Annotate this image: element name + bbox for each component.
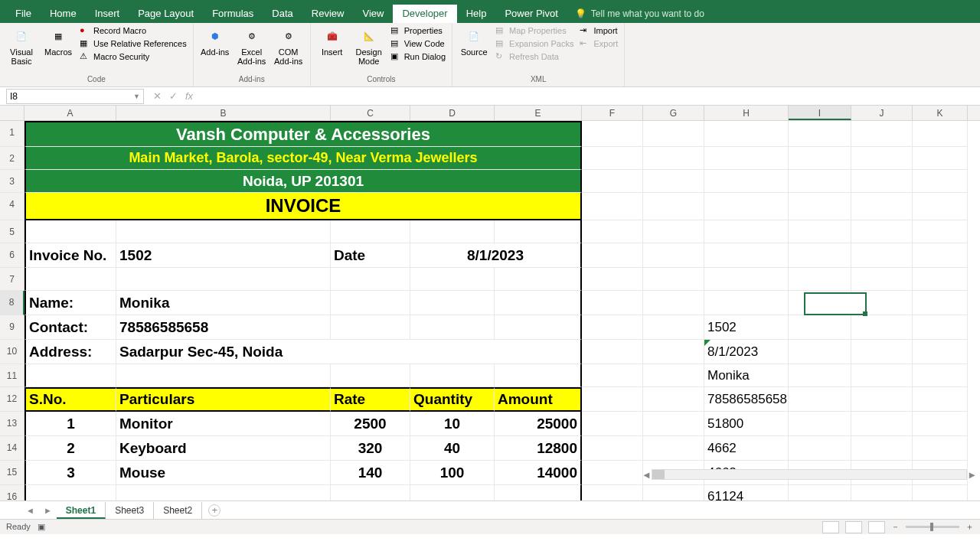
sheet-tab[interactable]: Sheet1	[57, 502, 106, 519]
aux-cell[interactable]: 4662	[704, 436, 789, 461]
company-address1[interactable]: Main Market, Barola, sector-49, Near Ver…	[24, 147, 582, 170]
active-cell[interactable]	[804, 292, 867, 315]
tab-review[interactable]: Review	[302, 5, 354, 23]
th-rate[interactable]: Rate	[331, 387, 410, 412]
name-box[interactable]: I8▼	[6, 89, 144, 104]
tab-nav-next[interactable]: ►	[39, 506, 57, 515]
zoom-out-button[interactable]: －	[891, 521, 900, 533]
sheet-tab[interactable]: Sheet2	[154, 502, 202, 519]
item-part[interactable]: Mouse	[116, 461, 331, 485]
row-header[interactable]: 4	[0, 193, 24, 220]
aux-cell[interactable]: 8/1/2023	[704, 340, 789, 364]
item-qty[interactable]: 100	[410, 461, 495, 485]
row-header[interactable]: 1	[0, 121, 24, 147]
col-header[interactable]: C	[331, 106, 410, 120]
col-header[interactable]: B	[116, 106, 331, 120]
address-value[interactable]: Sadarpur Sec-45, Noida	[116, 340, 582, 364]
properties-button[interactable]: ▤Properties	[389, 24, 447, 37]
th-sno[interactable]: S.No.	[24, 387, 116, 412]
tab-help[interactable]: Help	[457, 5, 496, 23]
com-addins-button[interactable]: ⚙COM Add-ins	[272, 24, 305, 67]
row-header[interactable]: 12	[0, 387, 24, 412]
item-part[interactable]: Monitor	[116, 412, 331, 436]
tab-file[interactable]: File	[6, 5, 41, 23]
tab-view[interactable]: View	[353, 5, 393, 23]
aux-cell[interactable]: 51800	[704, 412, 789, 436]
address-label[interactable]: Address:	[24, 340, 116, 364]
item-qty[interactable]: 10	[410, 412, 495, 436]
item-rate[interactable]: 140	[331, 461, 410, 485]
zoom-slider[interactable]	[906, 526, 959, 528]
insert-control-button[interactable]: 🧰Insert	[315, 24, 349, 58]
name-value[interactable]: Monika	[116, 291, 331, 315]
row-header[interactable]: 13	[0, 412, 24, 436]
item-sno[interactable]: 3	[24, 461, 116, 485]
item-part[interactable]: Keyboard	[116, 436, 331, 461]
row-header[interactable]: 14	[0, 436, 24, 461]
view-pagebreak-button[interactable]	[868, 521, 885, 533]
source-button[interactable]: 📄Source	[457, 24, 491, 58]
col-header[interactable]: D	[410, 106, 495, 120]
sheet-tab[interactable]: Sheet3	[106, 502, 154, 519]
macros-button[interactable]: ▦Macros	[41, 24, 75, 58]
row-header[interactable]: 9	[0, 315, 24, 340]
tab-nav-prev[interactable]: ◄	[21, 506, 39, 515]
tab-page-layout[interactable]: Page Layout	[129, 5, 203, 23]
col-header[interactable]: K	[913, 106, 968, 120]
row-header[interactable]: 16	[0, 485, 24, 500]
view-code-button[interactable]: ▤View Code	[389, 37, 447, 50]
row-header[interactable]: 7	[0, 268, 24, 291]
run-dialog-button[interactable]: ▣Run Dialog	[389, 51, 447, 63]
col-header[interactable]: H	[704, 106, 789, 120]
row-header[interactable]: 5	[0, 220, 24, 243]
item-rate[interactable]: 320	[331, 436, 410, 461]
view-normal-button[interactable]	[822, 521, 839, 533]
col-header[interactable]: A	[24, 106, 116, 120]
row-header[interactable]: 8	[0, 291, 24, 315]
formula-bar[interactable]	[193, 89, 980, 104]
col-header[interactable]: J	[851, 106, 913, 120]
import-button[interactable]: ⇥Import	[578, 24, 619, 37]
tab-formulas[interactable]: Formulas	[203, 5, 263, 23]
view-pagelayout-button[interactable]	[845, 521, 862, 533]
company-name[interactable]: Vansh Computer & Accessories	[24, 121, 582, 147]
macro-rec-icon[interactable]: ▣	[38, 522, 45, 531]
contact-label[interactable]: Contact:	[24, 315, 116, 340]
excel-addins-button[interactable]: ⚙Excel Add-ins	[235, 24, 269, 67]
invoice-no-label[interactable]: Invoice No.	[24, 243, 116, 268]
col-header[interactable]: F	[582, 106, 643, 120]
col-header[interactable]: I	[789, 106, 851, 120]
fill-handle[interactable]	[863, 311, 867, 316]
tab-home[interactable]: Home	[41, 5, 86, 23]
item-rate[interactable]: 2500	[331, 412, 410, 436]
row-header[interactable]: 11	[0, 364, 24, 387]
th-particulars[interactable]: Particulars	[116, 387, 331, 412]
item-sno[interactable]: 1	[24, 412, 116, 436]
col-header[interactable]: G	[643, 106, 704, 120]
record-macro-button[interactable]: ●Record Macro	[78, 24, 188, 37]
company-address2[interactable]: Noida, UP 201301	[24, 170, 582, 193]
item-qty[interactable]: 40	[410, 436, 495, 461]
item-amt[interactable]: 25000	[495, 412, 582, 436]
row-header[interactable]: 2	[0, 147, 24, 170]
invoice-date[interactable]: 8/1/2023	[410, 243, 582, 268]
th-qty[interactable]: Quantity	[410, 387, 495, 412]
horizontal-scrollbar[interactable]: ◄►	[642, 468, 977, 481]
new-sheet-button[interactable]: +	[208, 504, 220, 517]
row-header[interactable]: 15	[0, 461, 24, 485]
visual-basic-button[interactable]: 📄Visual Basic	[5, 24, 38, 67]
row-header[interactable]: 3	[0, 170, 24, 193]
name-label[interactable]: Name:	[24, 291, 116, 315]
addins-button[interactable]: ⬢Add-ins	[198, 24, 232, 58]
col-header[interactable]: E	[495, 106, 582, 120]
aux-cell[interactable]: 61124	[704, 485, 789, 500]
tab-insert[interactable]: Insert	[86, 5, 129, 23]
use-relative-button[interactable]: ▦Use Relative References	[78, 37, 188, 50]
invoice-no[interactable]: 1502	[116, 243, 331, 268]
contact-value[interactable]: 78586585658	[116, 315, 331, 340]
invoice-title[interactable]: INVOICE	[24, 193, 582, 220]
aux-cell[interactable]: 78586585658	[704, 387, 789, 412]
row-header[interactable]: 6	[0, 243, 24, 268]
th-amount[interactable]: Amount	[495, 387, 582, 412]
item-amt[interactable]: 12800	[495, 436, 582, 461]
